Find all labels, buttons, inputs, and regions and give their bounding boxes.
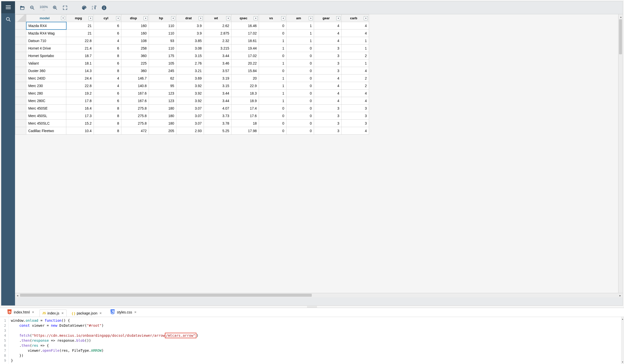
cell[interactable]: 4 bbox=[314, 97, 342, 105]
cell[interactable]: 10.4 bbox=[66, 127, 94, 135]
cell[interactable]: Hornet 4 Drive bbox=[26, 45, 66, 52]
cell[interactable]: 17.98 bbox=[231, 127, 259, 135]
row-header[interactable] bbox=[15, 75, 26, 82]
cell[interactable]: 0 bbox=[259, 127, 286, 135]
cell[interactable]: 160 bbox=[121, 30, 149, 37]
cell[interactable]: 360 bbox=[121, 52, 149, 60]
row-header[interactable] bbox=[15, 82, 26, 90]
horizontal-scrollbar[interactable]: ◂ ▸ bbox=[15, 293, 623, 297]
filter-dropdown-icon[interactable]: ▾ bbox=[281, 16, 285, 20]
filter-dropdown-icon[interactable]: ▾ bbox=[89, 16, 93, 20]
cell[interactable]: Merc 280C bbox=[26, 97, 66, 105]
table-row[interactable]: Merc 280C17.86167.61233.923.4418.91044 bbox=[15, 97, 369, 105]
code-content[interactable]: window.onload = function() { const viewe… bbox=[9, 317, 200, 364]
cell[interactable]: Cadillac Fleetwo bbox=[26, 127, 66, 135]
sort-filter-button[interactable]: AZ bbox=[91, 1, 97, 14]
cell[interactable]: 1 bbox=[259, 60, 286, 67]
cell[interactable]: 17.4 bbox=[231, 105, 259, 112]
scroll-left-icon[interactable]: ◂ bbox=[16, 293, 20, 297]
column-header-qsec[interactable]: qsec▾ bbox=[231, 15, 259, 22]
code-editor[interactable]: 123456789 window.onload = function() { c… bbox=[0, 317, 621, 364]
close-icon[interactable]: ✕ bbox=[99, 311, 102, 315]
column-header-carb[interactable]: carb▾ bbox=[342, 15, 369, 22]
cell[interactable]: 20 bbox=[231, 75, 259, 82]
editor-tab-package-json[interactable]: { }package.json✕ bbox=[69, 309, 105, 317]
cell[interactable]: 18.9 bbox=[231, 97, 259, 105]
editor-scroll-up-icon[interactable]: ▴ bbox=[621, 317, 624, 320]
cell[interactable]: 4 bbox=[314, 37, 342, 45]
table-row[interactable]: Merc 240D24.44146.7623.693.19201042 bbox=[15, 75, 369, 82]
search-button[interactable] bbox=[1, 13, 15, 25]
cell[interactable]: 4 bbox=[342, 67, 369, 75]
cell[interactable]: 1 bbox=[259, 75, 286, 82]
cell[interactable]: 6 bbox=[94, 60, 121, 67]
cell[interactable]: 225 bbox=[121, 60, 149, 67]
cell[interactable]: 360 bbox=[121, 67, 149, 75]
column-header-vs[interactable]: vs▾ bbox=[259, 15, 286, 22]
cell[interactable]: 8 bbox=[94, 112, 121, 120]
editor-tab-styles-css[interactable]: styles.css✕ bbox=[107, 307, 139, 317]
close-icon[interactable]: ✕ bbox=[134, 310, 137, 314]
close-icon[interactable]: ✕ bbox=[32, 310, 34, 314]
hamburger-menu-button[interactable] bbox=[1, 1, 15, 13]
editor-tab-index-js[interactable]: JSindex.js✕ bbox=[40, 309, 67, 317]
cell[interactable]: 15.2 bbox=[66, 120, 94, 127]
cell[interactable]: 1 bbox=[286, 30, 314, 37]
cell[interactable]: 4 bbox=[342, 90, 369, 97]
cell[interactable]: 22.9 bbox=[231, 82, 259, 90]
cell[interactable]: 3.15 bbox=[176, 52, 204, 60]
cell[interactable]: 62 bbox=[149, 75, 176, 82]
cell[interactable]: 3 bbox=[314, 60, 342, 67]
cell[interactable]: 3 bbox=[314, 120, 342, 127]
cell[interactable]: 1 bbox=[342, 37, 369, 45]
cell[interactable]: 6 bbox=[94, 97, 121, 105]
zoom-level[interactable]: 100% … bbox=[40, 5, 48, 10]
cell[interactable]: 6 bbox=[94, 22, 121, 30]
cell[interactable]: 4 bbox=[314, 30, 342, 37]
cell[interactable]: 4 bbox=[94, 37, 121, 45]
cell[interactable]: 5.25 bbox=[204, 127, 231, 135]
cell[interactable]: 18.3 bbox=[231, 90, 259, 97]
cell[interactable]: Mazda RX4 Wag bbox=[26, 30, 66, 37]
cell[interactable]: 275.8 bbox=[121, 120, 149, 127]
cell[interactable]: 3.44 bbox=[204, 90, 231, 97]
table-row[interactable]: Valiant18.162251052.763.4620.221031 bbox=[15, 60, 369, 67]
cell[interactable]: 2.32 bbox=[204, 37, 231, 45]
cell[interactable]: 110 bbox=[149, 45, 176, 52]
cell[interactable]: 0 bbox=[259, 67, 286, 75]
pane-divider[interactable] bbox=[0, 306, 624, 308]
cell[interactable]: 0 bbox=[286, 105, 314, 112]
filter-dropdown-icon[interactable]: ▾ bbox=[199, 16, 203, 20]
cell[interactable]: 4 bbox=[314, 22, 342, 30]
cell[interactable]: 2 bbox=[342, 52, 369, 60]
filter-dropdown-icon[interactable]: ▾ bbox=[309, 16, 313, 20]
cell[interactable]: 258 bbox=[121, 45, 149, 52]
cell[interactable]: 19.2 bbox=[66, 90, 94, 97]
cell[interactable]: 3 bbox=[314, 52, 342, 60]
hscroll-thumb[interactable] bbox=[20, 294, 312, 297]
cell[interactable]: 17.6 bbox=[231, 112, 259, 120]
row-header[interactable] bbox=[15, 90, 26, 97]
filter-dropdown-icon[interactable]: ▾ bbox=[61, 16, 65, 20]
cell[interactable]: 2.76 bbox=[176, 60, 204, 67]
cell[interactable]: 95 bbox=[149, 82, 176, 90]
cell[interactable]: 0 bbox=[259, 52, 286, 60]
cell[interactable]: 3.57 bbox=[204, 67, 231, 75]
cell[interactable]: 15.84 bbox=[231, 67, 259, 75]
table-row[interactable]: Merc 23022.84140.8953.923.1522.91042 bbox=[15, 82, 369, 90]
cell[interactable]: 3 bbox=[342, 112, 369, 120]
cell[interactable]: 3.85 bbox=[176, 37, 204, 45]
filter-dropdown-icon[interactable]: ▾ bbox=[144, 16, 148, 20]
cell[interactable]: 3.44 bbox=[204, 52, 231, 60]
cell[interactable]: 175 bbox=[149, 52, 176, 60]
column-header-wt[interactable]: wt▾ bbox=[204, 15, 231, 22]
cell[interactable]: Hornet Sportabo bbox=[26, 52, 66, 60]
cell[interactable]: 8 bbox=[94, 105, 121, 112]
cell[interactable]: 0 bbox=[286, 112, 314, 120]
cell[interactable]: 3.21 bbox=[176, 67, 204, 75]
cell[interactable]: Merc 450SL bbox=[26, 112, 66, 120]
cell[interactable]: 8 bbox=[94, 120, 121, 127]
cell[interactable]: 17.02 bbox=[231, 30, 259, 37]
cell[interactable]: 2 bbox=[342, 75, 369, 82]
cell[interactable]: 2.93 bbox=[176, 127, 204, 135]
